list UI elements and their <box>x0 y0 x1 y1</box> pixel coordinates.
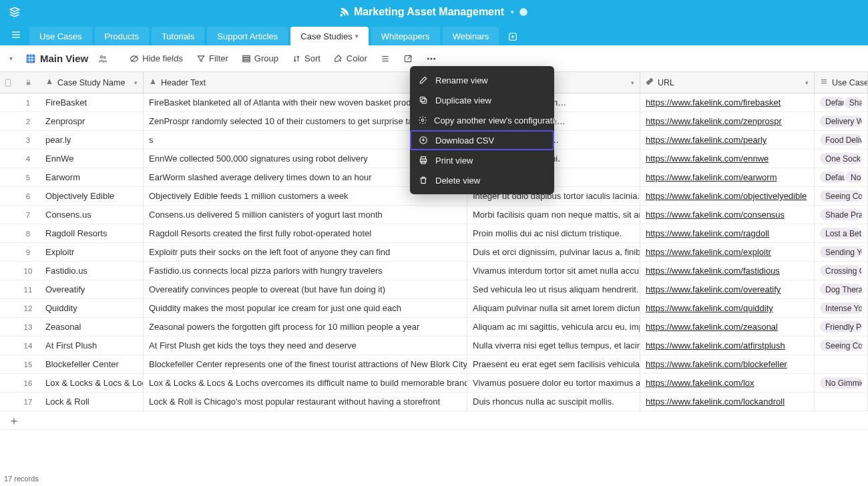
row-select[interactable] <box>0 299 16 318</box>
table-row[interactable]: 17Lock & RollLock & Roll is Chicago's mo… <box>0 393 868 411</box>
cell-url[interactable]: https://www.fakelink.com/objectivelyedib… <box>640 187 815 206</box>
table-row[interactable]: 8Ragdoll ResortsRagdoll Resorts created … <box>0 224 868 243</box>
cell-name[interactable]: Quiddity <box>40 299 144 318</box>
cell-name[interactable]: pear.ly <box>40 131 144 150</box>
group-button[interactable]: Group <box>238 51 282 66</box>
cell-usecase[interactable]: Shade Prank <box>815 206 868 224</box>
chevron-down-icon[interactable]: ▾ <box>631 79 634 86</box>
table-row[interactable]: 12QuiddityQuiddity makes the most popula… <box>0 299 868 318</box>
view-menu-caret-icon[interactable]: ▾ <box>5 53 16 64</box>
chevron-down-icon[interactable]: ▾ <box>134 79 138 86</box>
cell-url[interactable]: https://www.fakelink.com/exploitr <box>640 243 815 262</box>
cell-url[interactable]: https://www.fakelink.com/pearly <box>640 131 815 150</box>
filter-button[interactable]: Filter <box>192 51 232 66</box>
table-row[interactable]: 16Lox & Locks & Locs & Loc…Lox & Locks &… <box>0 374 868 393</box>
row-select[interactable] <box>0 280 16 299</box>
row-height-button[interactable] <box>377 51 394 66</box>
row-select[interactable] <box>0 168 16 187</box>
cell-name[interactable]: FireBasket <box>40 93 144 112</box>
cell-header[interactable]: Zeasonal powers the forgotten gift proce… <box>144 318 467 336</box>
cell-other[interactable]: Proin mollis dui ac nisl dictum tristiqu… <box>467 224 640 243</box>
row-select[interactable] <box>0 318 16 336</box>
cell-usecase[interactable]: Crossing Off <box>815 262 868 280</box>
cell-usecase[interactable]: No Gimmicks <box>815 374 868 393</box>
tab-whitepapers[interactable]: Whitepapers <box>371 27 440 45</box>
table-row[interactable]: 7Consens.usConsens.us delivered 5 millio… <box>0 206 868 224</box>
select-all-checkbox[interactable] <box>0 72 16 93</box>
cell-header[interactable]: Blockefeller Center represents one of th… <box>144 355 467 374</box>
cell-header[interactable]: Quiddity makes the most popular ice crea… <box>144 299 467 318</box>
base-title[interactable]: Marketing Asset Management <box>354 6 504 18</box>
table-row[interactable]: 10Fastidio.usFastidio.us connects local … <box>0 262 868 280</box>
cell-header[interactable]: Exploitr puts their socks on the left fo… <box>144 243 467 262</box>
cell-usecase[interactable]: Sending Your <box>815 243 868 262</box>
row-select[interactable] <box>0 374 16 393</box>
cell-other[interactable]: Duis rhoncus nulla ac suscipit mollis. <box>467 393 640 411</box>
table-row[interactable]: 13ZeasonalZeasonal powers the forgotten … <box>0 318 868 336</box>
cell-usecase[interactable]: Lost a Bet, At <box>815 224 868 243</box>
info-icon[interactable] <box>518 7 529 17</box>
cell-name[interactable]: Blockefeller Center <box>40 355 144 374</box>
cell-url[interactable]: https://www.fakelink.com/zenprospr <box>640 112 815 131</box>
cell-name[interactable]: Lox & Locks & Locs & Loc… <box>40 374 144 393</box>
column-header-url[interactable]: URL ▾ <box>640 72 815 93</box>
cell-name[interactable]: Lock & Roll <box>40 393 144 411</box>
cell-header[interactable]: Consens.us delivered 5 million canisters… <box>144 206 467 224</box>
cell-usecase[interactable]: Delivery Whil <box>815 112 868 131</box>
cell-usecase[interactable]: DefaultNo <box>815 168 868 187</box>
row-select[interactable] <box>0 393 16 411</box>
cell-name[interactable]: Overeatify <box>40 280 144 299</box>
cell-name[interactable]: Exploitr <box>40 243 144 262</box>
cell-url[interactable]: https://www.fakelink.com/quiddity <box>640 299 815 318</box>
add-row-button[interactable]: ＋ <box>0 411 868 430</box>
menu-copy-another-view-s-configuration[interactable]: Copy another view's configuration <box>410 110 554 130</box>
cell-other[interactable]: Vivamus interdum tortor sit amet nulla a… <box>467 262 640 280</box>
cell-header[interactable]: At First Plush get kids the toys they ne… <box>144 336 467 355</box>
view-switcher[interactable]: Main View <box>21 51 92 66</box>
row-select[interactable] <box>0 206 16 224</box>
cell-url[interactable]: https://www.fakelink.com/blockefeller <box>640 355 815 374</box>
row-select[interactable] <box>0 336 16 355</box>
cell-usecase[interactable]: One Sock Fel <box>815 150 868 168</box>
cell-name[interactable]: EnnWe <box>40 150 144 168</box>
cell-header[interactable]: Lock & Roll is Chicago's most popular re… <box>144 393 467 411</box>
menu-download-csv[interactable]: Download CSV <box>410 130 554 150</box>
cell-usecase[interactable]: DefaultSha <box>815 93 868 112</box>
cell-name[interactable]: Earworm <box>40 168 144 187</box>
tab-products[interactable]: Products <box>95 27 149 45</box>
product-logo[interactable] <box>0 6 29 18</box>
cell-url[interactable]: https://www.fakelink.com/lox <box>640 374 815 393</box>
cell-name[interactable]: Zenprospr <box>40 112 144 131</box>
tab-webinars[interactable]: Webinars <box>443 27 499 45</box>
tab-tutorials[interactable]: Tutorials <box>152 27 204 45</box>
cell-header[interactable]: Overeatify convinces people to overeat (… <box>144 280 467 299</box>
menu-icon[interactable] <box>5 24 27 45</box>
menu-delete-view[interactable]: Delete view <box>410 170 554 190</box>
cell-header[interactable]: Lox & Locks & Locs & Lochs overcomes its… <box>144 374 467 393</box>
chevron-down-icon[interactable]: ▾ <box>805 79 809 86</box>
table-row[interactable]: 9ExploitrExploitr puts their socks on th… <box>0 243 868 262</box>
cell-name[interactable]: Fastidio.us <box>40 262 144 280</box>
row-select[interactable] <box>0 112 16 131</box>
cell-other[interactable]: Vivamus posuere dolor eu tortor maximus … <box>467 374 640 393</box>
column-header-usecase[interactable]: Use Case <box>815 72 868 93</box>
cell-url[interactable]: https://www.fakelink.com/ennwe <box>640 150 815 168</box>
cell-url[interactable]: https://www.fakelink.com/consensus <box>640 206 815 224</box>
row-select[interactable] <box>0 93 16 112</box>
share-view-button[interactable] <box>399 51 417 66</box>
cell-usecase[interactable]: Dog Therapy <box>815 280 868 299</box>
cell-url[interactable]: https://www.fakelink.com/firebasket <box>640 93 815 112</box>
cell-other[interactable]: Sed vehicula leo ut risus aliquam hendre… <box>467 280 640 299</box>
chevron-down-icon[interactable]: ▾ <box>355 33 359 39</box>
cell-header[interactable]: Ragdoll Resorts created the first fully … <box>144 224 467 243</box>
row-select[interactable] <box>0 224 16 243</box>
cell-url[interactable]: https://www.fakelink.com/zeasonal <box>640 318 815 336</box>
tab-support-articles[interactable]: Support Articles <box>207 27 288 45</box>
color-button[interactable]: Color <box>330 51 371 66</box>
cell-other[interactable]: Nulla viverra nisi eget tellus tempus, e… <box>467 336 640 355</box>
cell-url[interactable]: https://www.fakelink.com/ragdoll <box>640 224 815 243</box>
cell-url[interactable]: https://www.fakelink.com/earworm <box>640 168 815 187</box>
cell-header[interactable]: Fastidio.us connects local pizza parlors… <box>144 262 467 280</box>
row-select[interactable] <box>0 243 16 262</box>
cell-other[interactable]: Aliquam pulvinar nulla sit amet lorem di… <box>467 299 640 318</box>
